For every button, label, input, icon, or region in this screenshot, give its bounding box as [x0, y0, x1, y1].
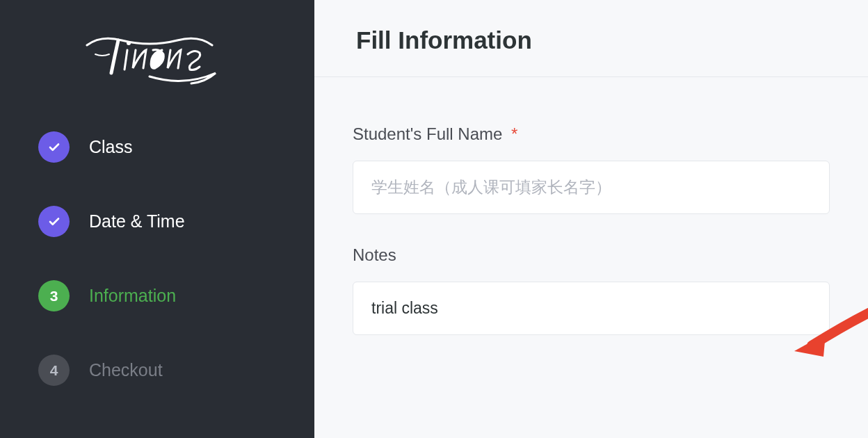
- step-indicator-completed: [38, 206, 70, 237]
- check-icon: [47, 216, 62, 228]
- sidebar: Class Date & Time 3 Information 4 Checko…: [0, 0, 314, 438]
- step-information[interactable]: 3 Information: [38, 280, 276, 311]
- notes-input[interactable]: [353, 282, 830, 335]
- step-class[interactable]: Class: [38, 131, 276, 163]
- steps-list: Class Date & Time 3 Information 4 Checko…: [38, 131, 276, 386]
- main-content: Fill Information Student's Full Name * N…: [314, 0, 868, 438]
- step-indicator-completed: [38, 131, 70, 163]
- step-label: Checkout: [89, 360, 163, 380]
- check-icon: [47, 141, 62, 154]
- brand-logo-icon: [80, 21, 219, 90]
- step-indicator-pending: 4: [38, 355, 70, 386]
- form-container: Student's Full Name * Notes: [314, 77, 868, 335]
- logo: [38, 21, 276, 93]
- step-label: Date & Time: [89, 211, 185, 232]
- step-label: Information: [89, 286, 176, 306]
- svg-point-0: [127, 41, 131, 45]
- student-name-label: Student's Full Name *: [353, 124, 830, 144]
- form-group-student-name: Student's Full Name *: [353, 124, 830, 214]
- step-label: Class: [89, 137, 133, 157]
- notes-label: Notes: [353, 245, 830, 265]
- page-title: Fill Information: [314, 0, 868, 76]
- form-group-notes: Notes: [353, 245, 830, 335]
- step-indicator-active: 3: [38, 280, 70, 311]
- required-indicator: *: [511, 124, 517, 143]
- step-date-time[interactable]: Date & Time: [38, 206, 276, 237]
- step-checkout[interactable]: 4 Checkout: [38, 355, 276, 386]
- student-name-input[interactable]: [353, 161, 830, 214]
